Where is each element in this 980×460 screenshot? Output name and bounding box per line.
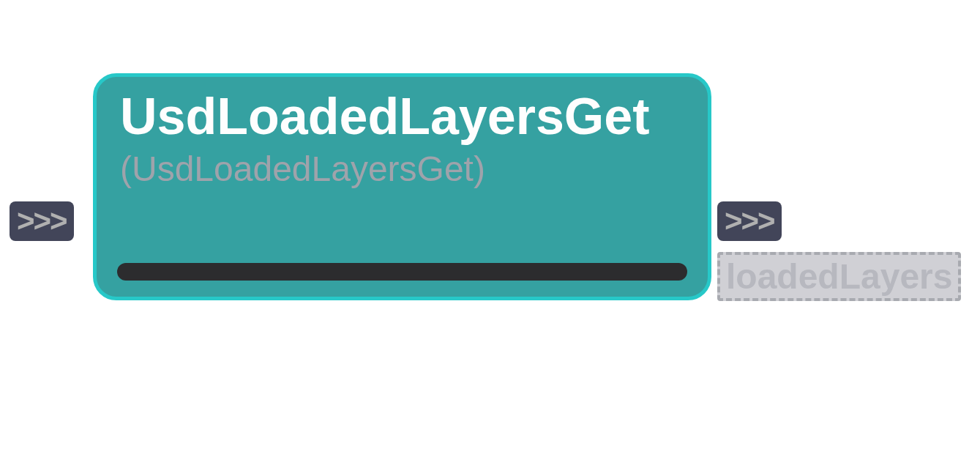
node-title: UsdLoadedLayersGet xyxy=(120,90,684,144)
node-footer-bar xyxy=(117,263,687,281)
input-port-symbol: >>> xyxy=(17,204,67,238)
node-graph-canvas[interactable]: >>> UsdLoadedLayersGet (UsdLoadedLayersG… xyxy=(0,0,980,460)
output-port-label-text: loadedLayers xyxy=(726,257,952,296)
output-port-badge[interactable]: >>> xyxy=(717,201,782,241)
output-port-label[interactable]: loadedLayers xyxy=(717,252,961,301)
node-subtitle: (UsdLoadedLayersGet) xyxy=(120,149,684,189)
input-port-badge[interactable]: >>> xyxy=(10,201,74,241)
node-usdloadedlayersget[interactable]: UsdLoadedLayersGet (UsdLoadedLayersGet) xyxy=(93,73,711,300)
output-port-symbol: >>> xyxy=(725,204,774,238)
